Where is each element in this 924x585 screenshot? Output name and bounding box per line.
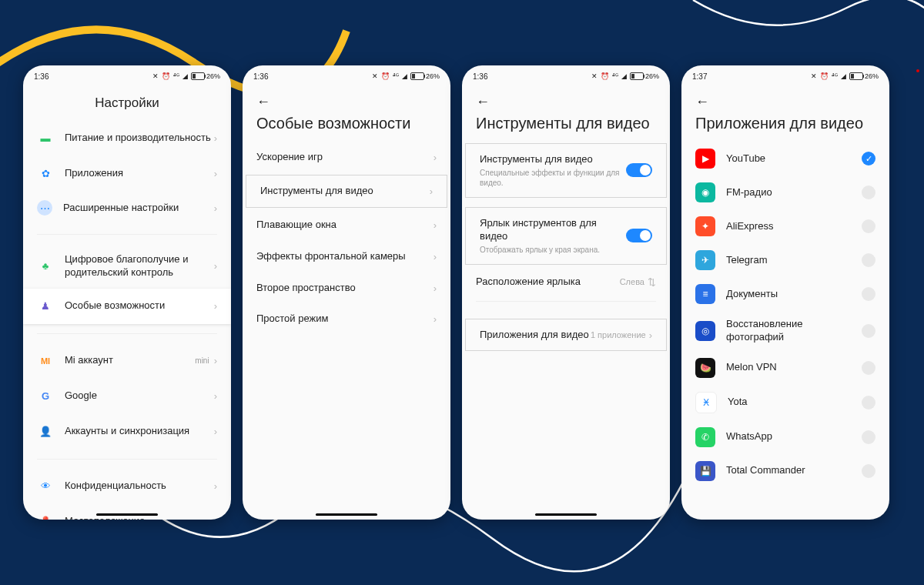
chevron-right-icon: › <box>434 282 437 294</box>
video-tools-shortcut-toggle-row[interactable]: Ярлык инструментов для видео Отображать … <box>465 207 667 265</box>
chevron-right-icon: › <box>434 152 437 163</box>
status-time: 1:36 <box>473 72 487 81</box>
video-tools-toggle-row[interactable]: Инструменты для видео Специальные эффект… <box>465 143 667 198</box>
back-button[interactable]: ← <box>256 94 270 110</box>
app-row-telegram[interactable]: ✈ Telegram <box>681 243 889 277</box>
toggle-switch[interactable] <box>626 229 652 242</box>
account-name: mini <box>195 356 209 365</box>
unchecked-icon[interactable] <box>862 186 875 199</box>
row-label: Инструменты для видео <box>480 153 626 166</box>
more-icon: ⋯ <box>37 200 52 216</box>
back-button[interactable]: ← <box>695 94 709 110</box>
unchecked-icon[interactable] <box>862 324 875 338</box>
status-bar: 1:37 ✕⏰⁴ᴳ◢ 26% <box>681 65 889 85</box>
special-row-front-camera-effects[interactable]: Эффекты фронтальной камеры › <box>243 241 450 272</box>
page-title: Приложения для видео <box>695 115 875 132</box>
row-subtitle: Отображать ярлык у края экрана. <box>480 245 626 255</box>
status-icons: ✕⏰⁴ᴳ◢ 26% <box>591 72 659 80</box>
app-row-total-commander[interactable]: 💾 Total Commander <box>681 454 889 488</box>
select-value: Слева <box>620 277 644 286</box>
location-icon: 📍 <box>37 513 54 520</box>
app-row-fmradio[interactable]: ◉ FM-радио <box>681 176 889 209</box>
home-indicator[interactable] <box>535 513 597 516</box>
settings-row-google[interactable]: G Google › <box>23 379 231 414</box>
checked-icon[interactable]: ✓ <box>862 152 875 165</box>
special-icon: ♟ <box>37 298 54 315</box>
app-row-whatsapp[interactable]: ✆ WhatsApp <box>681 420 889 454</box>
apps-icon: ✿ <box>37 165 54 182</box>
chevron-right-icon: › <box>214 355 217 366</box>
special-row-video-tools[interactable]: Инструменты для видео › <box>246 175 447 208</box>
home-indicator[interactable] <box>316 513 377 516</box>
app-row-aliexpress[interactable]: ✦ AliExpress <box>681 209 889 243</box>
header: ← Инструменты для видео <box>462 85 670 142</box>
settings-row-special[interactable]: ♟ Особые возможности › <box>23 289 231 324</box>
melon-vpn-icon: 🍉 <box>695 358 715 378</box>
special-row-floating-windows[interactable]: Плавающие окна › <box>243 209 450 241</box>
chevron-right-icon: › <box>214 480 217 492</box>
home-indicator[interactable] <box>96 513 158 516</box>
app-row-youtube[interactable]: ▶ YouTube ✓ <box>681 142 889 176</box>
unchecked-icon[interactable] <box>862 219 875 233</box>
page-title: Настройки <box>37 95 217 111</box>
whatsapp-icon: ✆ <box>695 427 715 447</box>
unchecked-icon[interactable] <box>862 430 875 444</box>
toggle-switch[interactable] <box>626 163 652 177</box>
total-commander-icon: 💾 <box>695 461 715 481</box>
status-icons: ✕⏰⁴ᴳ◢ 26% <box>152 72 220 80</box>
special-row-game-boost[interactable]: Ускорение игр › <box>243 142 450 173</box>
chevron-right-icon: › <box>214 426 217 437</box>
fmradio-icon: ◉ <box>695 182 715 202</box>
settings-row-wellbeing[interactable]: ♣ Цифровое благополучие и родительский к… <box>23 244 231 289</box>
row-label: Ярлык инструментов для видео <box>480 217 626 243</box>
phone-video-tools: 1:36 ✕⏰⁴ᴳ◢ 26% ← Инструменты для видео И… <box>462 65 670 520</box>
youtube-icon: ▶ <box>695 149 715 169</box>
battery-icon: ▬ <box>37 129 54 146</box>
settings-row-apps[interactable]: ✿ Приложения › <box>23 155 231 191</box>
sync-icon: 👤 <box>37 423 54 440</box>
app-row-melon-vpn[interactable]: 🍉 Melon VPN <box>681 351 889 385</box>
chevron-right-icon: › <box>214 202 217 214</box>
google-icon: G <box>37 388 54 405</box>
shortcut-position-row[interactable]: Расположение ярлыка Слева ⇅ <box>462 266 670 298</box>
unchecked-icon[interactable] <box>862 287 875 301</box>
settings-row-accounts-sync[interactable]: 👤 Аккаунты и синхронизация › <box>23 414 231 450</box>
status-bar: 1:36 ✕⏰⁴ᴳ◢ 26% <box>23 65 231 85</box>
unchecked-icon[interactable] <box>862 253 875 267</box>
telegram-icon: ✈ <box>695 250 715 270</box>
chevron-right-icon: › <box>214 260 217 272</box>
unchecked-icon[interactable] <box>862 464 875 478</box>
settings-row-mi-account[interactable]: MI Mi аккаунт mini › <box>23 343 231 379</box>
wellbeing-icon: ♣ <box>37 258 54 275</box>
settings-row-power[interactable]: ▬ Питание и производительность › <box>23 120 231 155</box>
header: Настройки <box>23 85 231 120</box>
page-title: Особые возможности <box>256 115 437 132</box>
chevron-right-icon: › <box>434 251 437 262</box>
app-row-yota[interactable]: Ӿ Yota <box>681 385 889 420</box>
mi-icon: MI <box>37 353 54 369</box>
chevron-right-icon: › <box>434 313 437 325</box>
app-row-photo-recovery[interactable]: ◎ Восстановление фотографий <box>681 311 889 351</box>
settings-row-location[interactable]: 📍 Местоположение › <box>23 504 231 520</box>
settings-row-privacy[interactable]: 👁 Конфиденциальность › <box>23 469 231 504</box>
unchecked-icon[interactable] <box>862 361 875 375</box>
phone-settings: 1:36 ✕⏰⁴ᴳ◢ 26% Настройки ▬ Питание и про… <box>23 65 231 520</box>
chevron-right-icon: › <box>214 390 217 402</box>
phone-special-features: 1:36 ✕⏰⁴ᴳ◢ 26% ← Особые возможности Уско… <box>243 65 450 520</box>
special-row-simple-mode[interactable]: Простой режим › <box>243 303 450 335</box>
chevron-right-icon: › <box>649 329 652 341</box>
svg-point-0 <box>916 69 919 72</box>
chevron-right-icon: › <box>214 132 217 144</box>
chevron-right-icon: › <box>430 186 433 197</box>
settings-row-advanced[interactable]: ⋯ Расширенные настройки › <box>23 191 231 225</box>
status-time: 1:37 <box>692 72 707 81</box>
special-row-second-space[interactable]: Второе пространство › <box>243 272 450 304</box>
app-row-documents[interactable]: ≡ Документы <box>681 277 889 311</box>
video-apps-row[interactable]: Приложения для видео 1 приложение › <box>465 319 667 352</box>
aliexpress-icon: ✦ <box>695 216 715 236</box>
status-time: 1:36 <box>34 72 49 81</box>
chevron-updown-icon: ⇅ <box>648 276 656 288</box>
unchecked-icon[interactable] <box>862 396 875 410</box>
app-count: 1 приложение <box>591 330 646 339</box>
back-button[interactable]: ← <box>476 94 490 110</box>
